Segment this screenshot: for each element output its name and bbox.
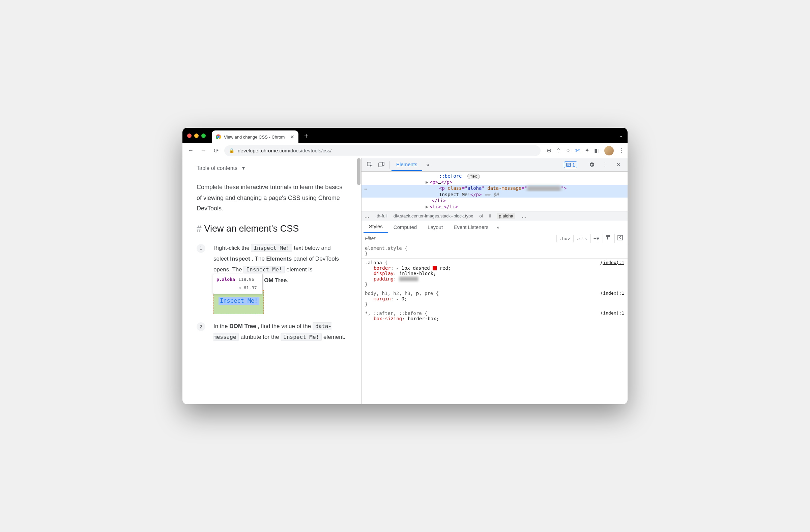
expand-arrow-icon[interactable]: ▶	[425, 179, 430, 185]
tab-title: View and change CSS - Chrom	[224, 134, 285, 139]
chevron-down-icon: ▾	[242, 165, 245, 171]
window-controls	[187, 133, 206, 138]
element-tooltip: p.aloha 118.96 × 61.97	[213, 274, 263, 294]
device-toolbar-button[interactable]	[376, 158, 387, 171]
expand-arrow-icon[interactable]: ▶	[425, 204, 430, 209]
styles-filter-input[interactable]	[361, 236, 556, 241]
step-1: 1 Right-click the Inspect Me! text below…	[197, 243, 347, 314]
address-bar[interactable]: 🔒 developer.chrome.com/docs/devtools/css…	[224, 145, 540, 156]
rule-element-style[interactable]: element.style { }	[361, 244, 628, 259]
lock-icon[interactable]: 🔒	[229, 148, 234, 153]
cls-toggle[interactable]: .cls	[573, 235, 589, 243]
toc-toggle[interactable]: Table of contents ▾	[197, 165, 347, 171]
styles-tabs: Styles Computed Layout Event Listeners »	[361, 221, 628, 233]
blurred-value	[399, 277, 418, 281]
tab-layout[interactable]: Layout	[422, 221, 448, 233]
browser-tab[interactable]: View and change CSS - Chrom ✕	[212, 131, 298, 143]
color-swatch-icon[interactable]	[433, 266, 437, 270]
tab-styles[interactable]: Styles	[363, 221, 388, 233]
code-badge: Inspect Me!	[251, 244, 292, 252]
svg-rect-7	[567, 163, 571, 167]
tabs-menu-button[interactable]: ⌄	[619, 133, 623, 138]
tab-computed[interactable]: Computed	[388, 221, 422, 233]
crumb-item[interactable]: div.stack.center-images.stack--block.typ…	[393, 213, 473, 218]
flex-badge[interactable]: flex	[467, 173, 480, 179]
source-link[interactable]: (index):1	[601, 311, 624, 316]
svg-rect-6	[383, 162, 384, 166]
close-tab-icon[interactable]: ✕	[290, 134, 294, 140]
new-style-button[interactable]: +▾	[590, 234, 602, 243]
crumb-overflow-right[interactable]: …	[521, 213, 527, 219]
bookmark-icon[interactable]: ☆	[566, 147, 571, 154]
svg-rect-10	[618, 235, 622, 240]
devtools-tabs: Elements » 1 ⋮ ✕	[361, 158, 628, 171]
code-badge: Inspect Me!	[243, 266, 285, 273]
toolbar-actions: ⊕ ⇧ ☆ ✄ ✦ ◧ ⋮	[544, 146, 624, 155]
more-subtabs-button[interactable]: »	[494, 221, 502, 233]
crumb-overflow-left[interactable]: …	[364, 213, 370, 219]
crumb-item[interactable]: li	[489, 213, 491, 218]
styles-panel[interactable]: element.style { } (index):1 .aloha { bor…	[361, 244, 628, 404]
content-area: Table of contents ▾ Complete these inter…	[182, 158, 628, 404]
toc-label: Table of contents	[197, 165, 238, 171]
page-content: Table of contents ▾ Complete these inter…	[182, 158, 361, 404]
steps-list: 1 Right-click the Inspect Me! text below…	[197, 243, 347, 343]
profile-avatar[interactable]	[604, 146, 614, 155]
inspect-me-text: Inspect Me!	[218, 297, 259, 305]
browser-toolbar: ← → ⟳ 🔒 developer.chrome.com/docs/devtoo…	[182, 143, 628, 158]
tooltip-selector: p.aloha	[216, 276, 235, 292]
browser-window: View and change CSS - Chrom ✕ ＋ ⌄ ← → ⟳ …	[182, 128, 628, 404]
devtools-panel: Elements » 1 ⋮ ✕ ::b	[361, 158, 628, 404]
back-button[interactable]: ←	[186, 146, 195, 155]
close-window-button[interactable]	[187, 133, 192, 138]
sidepanel-icon[interactable]: ◧	[594, 147, 600, 154]
source-link[interactable]: (index):1	[601, 260, 624, 265]
source-link[interactable]: (index):1	[601, 290, 624, 296]
rule-universal[interactable]: (index):1 *, ::after, ::before { box-siz…	[361, 309, 628, 323]
page-scrollbar[interactable]	[357, 158, 360, 185]
reload-button[interactable]: ⟳	[211, 146, 221, 155]
settings-button[interactable]	[586, 162, 597, 168]
tab-elements[interactable]: Elements	[391, 158, 422, 171]
selected-dom-node[interactable]: ⋯ <p class="aloha" data-message="">	[361, 185, 628, 192]
kebab-menu-button[interactable]: ⋮	[599, 162, 611, 168]
intro-paragraph: Complete these interactive tutorials to …	[197, 182, 347, 214]
step-2: 2 In the DOM Tree , find the value of th…	[197, 321, 347, 343]
issues-badge[interactable]: 1	[564, 162, 577, 168]
dom-tree[interactable]: ::before flex ▶<p>…</p> ⋯ <p class="aloh…	[361, 171, 628, 211]
rule-aloha[interactable]: (index):1 .aloha { border: ▸ 1px dashed …	[361, 259, 628, 289]
hov-toggle[interactable]: :hov	[556, 235, 572, 243]
chrome-favicon-icon	[216, 134, 221, 139]
more-tabs-button[interactable]: »	[422, 158, 434, 171]
code-badge: Inspect Me!	[280, 333, 322, 341]
titlebar: View and change CSS - Chrom ✕ ＋ ⌄	[182, 128, 628, 143]
url-host: developer.chrome.com	[238, 148, 289, 153]
close-devtools-button[interactable]: ✕	[613, 162, 624, 168]
issues-count: 1	[572, 162, 575, 168]
new-tab-button[interactable]: ＋	[301, 131, 311, 140]
zoom-icon[interactable]: ⊕	[547, 147, 551, 154]
tooltip-dimensions: 118.96 × 61.97	[239, 276, 259, 292]
svg-rect-5	[379, 163, 382, 167]
tab-event-listeners[interactable]: Event Listeners	[448, 221, 494, 233]
heading-text: View an element's CSS	[204, 223, 299, 234]
crumb-item[interactable]: lth-full	[376, 213, 387, 218]
extensions-icon[interactable]: ✦	[585, 147, 589, 154]
crumb-item-active[interactable]: p.aloha	[497, 213, 515, 219]
dom-breadcrumb[interactable]: … lth-full div.stack.center-images.stack…	[361, 211, 628, 221]
crumb-item[interactable]: ol	[479, 213, 483, 218]
minimize-window-button[interactable]	[194, 133, 199, 138]
forward-button[interactable]: →	[199, 146, 208, 155]
panel-toggle-icon[interactable]	[614, 234, 626, 243]
maximize-window-button[interactable]	[201, 133, 206, 138]
inspect-element-button[interactable]	[364, 158, 376, 171]
anchor-hash-icon[interactable]: #	[197, 223, 201, 234]
styles-filter-row: :hov .cls +▾	[361, 233, 628, 244]
scissors-icon[interactable]: ✄	[575, 147, 580, 154]
step-number: 2	[197, 322, 205, 331]
menu-icon[interactable]: ⋮	[618, 147, 624, 154]
section-heading: # View an element's CSS	[197, 223, 347, 234]
share-icon[interactable]: ⇧	[556, 147, 561, 154]
paintbrush-icon[interactable]	[603, 234, 614, 243]
rule-body[interactable]: (index):1 body, h1, h2, h3, p, pre { mar…	[361, 289, 628, 309]
